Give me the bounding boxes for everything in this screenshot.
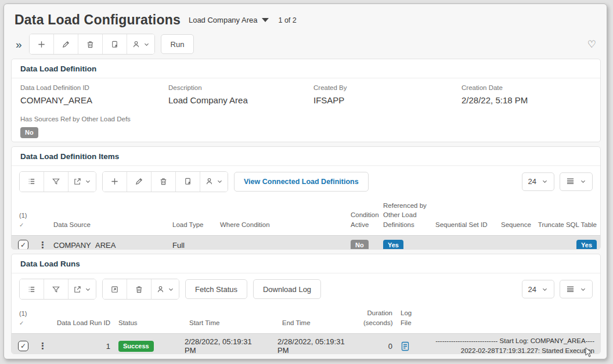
field-label: Creation Date: [461, 84, 592, 91]
runs-density-dropdown[interactable]: [560, 280, 593, 298]
col-where-condition[interactable]: Where Condition: [215, 218, 346, 232]
page-header: Data Load Configurations Load Company Ar…: [11, 10, 601, 55]
cell-sequence: [496, 243, 528, 247]
list-view-button[interactable]: [20, 279, 44, 299]
row-menu-kebab-icon[interactable]: ⋮: [34, 238, 49, 250]
cell-run-id: 1: [49, 340, 114, 352]
record-selector[interactable]: Load Company Area: [189, 16, 269, 24]
col-condition-active[interactable]: Condition Active: [346, 208, 378, 231]
view-connected-load-definitions-button[interactable]: View Connected Load Definitions: [234, 172, 369, 192]
items-table-row[interactable]: ✓ ⋮ COMPANY_AREA Full No Yes Yes: [12, 235, 600, 250]
page-size-value: 24: [528, 285, 536, 294]
col-start-time[interactable]: Start Time: [167, 316, 265, 330]
delete-item-button[interactable]: [152, 172, 176, 192]
check-icon: ✓: [19, 320, 24, 326]
export-button[interactable]: [68, 172, 96, 192]
duplicate-icon: [110, 40, 119, 49]
runs-page-size-dropdown[interactable]: 24: [522, 280, 554, 298]
log-file-icon[interactable]: [401, 341, 410, 351]
pencil-icon: [62, 40, 70, 49]
definition-section-title: Data Load Definition: [12, 59, 600, 78]
selection-column-header[interactable]: (1) ✓: [12, 210, 34, 232]
record-pagination: 1 of 2: [278, 16, 296, 24]
item-user-actions-button[interactable]: [200, 172, 228, 192]
edit-button[interactable]: [54, 34, 78, 54]
runs-toolbar: Fetch Status Download Log 24: [12, 273, 600, 304]
favorite-heart-icon[interactable]: ♡: [587, 38, 598, 51]
delete-run-button[interactable]: [127, 279, 152, 299]
list-view-button[interactable]: [20, 172, 44, 192]
data-load-runs-card: Data Load Runs: [11, 254, 601, 354]
items-table-header: (1) ✓ Data Source Load Type Where Condit…: [12, 197, 600, 235]
filter-icon: [52, 285, 60, 294]
duplicate-button[interactable]: [103, 34, 127, 54]
row-checkbox[interactable]: ✓: [18, 341, 28, 351]
cell-duration: 0: [359, 340, 396, 352]
log-line-1: ---------------------------- Start Log: …: [423, 336, 594, 347]
chevron-down-icon: [580, 178, 586, 185]
runs-table-row[interactable]: ✓ ⋮ 1 Success 2/28/2022, 05:19:31 PM 2/2…: [12, 333, 600, 354]
fetch-status-button[interactable]: Fetch Status: [185, 279, 247, 299]
add-item-button[interactable]: [103, 172, 127, 192]
cell-end-time: 2/28/2022, 05:19:31 PM: [265, 336, 359, 354]
col-truncate-sql-table[interactable]: Truncate SQL Table: [528, 218, 600, 232]
col-load-type[interactable]: Load Type: [168, 218, 215, 232]
referenced-badge: Yes: [383, 240, 403, 250]
field-created-by: Created By IFSAPP: [313, 84, 461, 105]
chevron-down-icon: [85, 178, 91, 185]
export-button[interactable]: [68, 279, 96, 299]
list-icon: [27, 177, 36, 186]
col-log-file[interactable]: Log File: [396, 307, 423, 329]
filter-button[interactable]: [44, 172, 68, 192]
filter-button[interactable]: [44, 279, 68, 299]
check-icon: ✓: [19, 222, 24, 228]
runs-section-title: Data Load Runs: [12, 254, 600, 273]
status-badge: Success: [118, 341, 154, 352]
col-run-id[interactable]: Data Load Run ID: [49, 316, 114, 330]
col-data-source[interactable]: Data Source: [49, 218, 168, 232]
run-user-actions-button[interactable]: [152, 279, 179, 299]
col-sequence[interactable]: Sequence: [496, 218, 528, 232]
field-value: IFSAPP: [313, 95, 461, 105]
run-button[interactable]: Run: [161, 34, 194, 54]
col-status[interactable]: Status: [114, 316, 167, 330]
person-icon: [132, 40, 140, 49]
cell-where-condition: [215, 243, 346, 247]
row-menu-kebab-icon[interactable]: ⋮: [34, 339, 49, 353]
open-run-button[interactable]: [103, 279, 127, 299]
download-log-button[interactable]: Download Log: [253, 279, 321, 299]
duplicate-item-button[interactable]: [176, 172, 200, 192]
runs-view-group: [19, 279, 96, 300]
field-has-sources: Has Sources Ref by Other Load Defs No: [12, 107, 600, 142]
collapse-toolbar-icon[interactable]: »: [15, 39, 23, 50]
chevron-down-icon: [85, 286, 91, 293]
field-label: Data Load Definition ID: [20, 84, 168, 91]
items-density-dropdown[interactable]: [560, 172, 593, 191]
trash-icon: [159, 177, 168, 186]
col-duration[interactable]: Duration (seconds): [359, 307, 396, 329]
share-icon: [73, 285, 82, 294]
edit-item-button[interactable]: [127, 172, 152, 192]
items-page-size-dropdown[interactable]: 24: [522, 172, 554, 191]
page-size-value: 24: [528, 177, 536, 186]
col-end-time[interactable]: End Time: [265, 316, 359, 330]
delete-button[interactable]: [78, 34, 103, 54]
cell-load-type: Full: [168, 239, 215, 250]
definition-fields: Data Load Definition ID COMPANY_AREA Des…: [12, 78, 600, 107]
trash-icon: [86, 40, 95, 49]
field-label: Created By: [313, 84, 461, 91]
add-button[interactable]: [30, 34, 54, 54]
record-selector-value: Load Company Area: [189, 16, 258, 24]
user-actions-button[interactable]: [127, 34, 154, 54]
chevron-down-icon: [143, 41, 150, 48]
selection-column-header[interactable]: (1) ✓: [12, 308, 34, 330]
items-section-title: Data Load Definition Items: [12, 147, 600, 166]
field-definition-id: Data Load Definition ID COMPANY_AREA: [20, 84, 168, 105]
open-in-new-icon: [110, 285, 119, 294]
col-sequential-set-id[interactable]: Sequential Set ID: [431, 218, 496, 232]
check-icon: ✓: [20, 241, 26, 249]
main-toolbar: » Run ♡: [15, 34, 598, 55]
items-view-group: [19, 171, 96, 192]
col-referenced[interactable]: Referenced by Other Load Definitions: [378, 199, 431, 232]
row-checkbox[interactable]: ✓: [18, 240, 28, 250]
